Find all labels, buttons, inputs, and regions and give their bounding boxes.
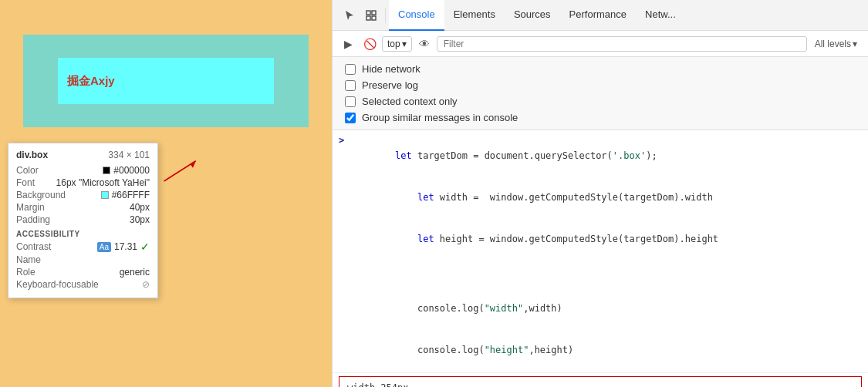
run-button[interactable]: ▶: [339, 35, 357, 53]
code-string-width: "width": [485, 303, 524, 314]
code-string-height: "height": [485, 345, 529, 355]
console-code-block: let targetDom = document.querySelector('…: [350, 135, 862, 371]
inner-box: 掘金Axjy: [58, 58, 274, 104]
tab-network[interactable]: Netw...: [636, 0, 685, 31]
context-value: top: [387, 39, 400, 49]
code-keyword-let: let: [395, 150, 412, 161]
devtools-tab-bar: Console Elements Sources Performance Net…: [333, 0, 868, 31]
option-hide-network: Hide network: [345, 63, 856, 75]
hide-network-label: Hide network: [362, 63, 420, 75]
tooltip-padding-row: Padding 30px: [16, 214, 150, 225]
svg-rect-4: [366, 16, 370, 20]
svg-line-0: [164, 161, 196, 181]
group-similar-label: Group similar messages in console: [362, 112, 518, 123]
tooltip-font-label: Font: [16, 177, 35, 188]
tab-performance[interactable]: Performance: [560, 0, 636, 31]
left-panel: 掘金Axjy div.box 334 × 101 Color #000000 F…: [0, 0, 332, 387]
levels-chevron-icon: ▾: [853, 39, 857, 49]
all-levels-dropdown[interactable]: All levels ▾: [810, 37, 862, 51]
accessibility-header: ACCESSIBILITY: [16, 230, 150, 238]
svg-marker-1: [190, 161, 196, 168]
tooltip-keyboard-row: Keyboard-focusable ⊘: [16, 279, 150, 290]
selected-context-label: Selected context only: [362, 96, 458, 107]
preserve-log-checkbox[interactable]: [345, 80, 356, 91]
tooltip-color-value: #000000: [103, 165, 150, 176]
aa-badge: Aa: [97, 242, 111, 252]
option-selected-context: Selected context only: [345, 96, 856, 107]
hide-network-checkbox[interactable]: [345, 64, 356, 75]
tooltip-contrast-value: Aa 17.31 ✓: [97, 241, 150, 253]
context-dropdown-icon: ▾: [402, 39, 407, 49]
inspect-icon[interactable]: [360, 5, 382, 26]
preserve-log-label: Preserve log: [362, 79, 418, 91]
eye-icon[interactable]: 👁: [415, 35, 434, 53]
devtools-panel: Console Elements Sources Performance Net…: [332, 0, 868, 387]
color-swatch-teal: [101, 191, 109, 199]
all-levels-label: All levels: [815, 39, 851, 49]
context-selector[interactable]: top ▾: [382, 36, 412, 52]
tooltip-role-label: Role: [16, 267, 35, 278]
console-result-block: width 254px height 21px: [339, 376, 862, 387]
tooltip-padding-label: Padding: [16, 214, 50, 225]
tab-console[interactable]: Console: [389, 0, 444, 31]
svg-rect-2: [366, 11, 370, 15]
tooltip-bg-value: #66FFFF: [101, 190, 150, 200]
svg-rect-5: [372, 16, 376, 20]
tooltip-dimensions: 334 × 101: [108, 150, 150, 160]
result-width: width 254px: [347, 380, 853, 387]
code-keyword-let2: let: [417, 192, 434, 203]
console-input-line: > let targetDom = document.querySelector…: [333, 133, 868, 373]
tooltip-keyboard-value: ⊘: [142, 279, 150, 290]
option-preserve-log: Preserve log: [345, 79, 856, 91]
element-tooltip: div.box 334 × 101 Color #000000 Font 16p…: [8, 143, 158, 298]
code-string-box: '.box': [613, 150, 646, 161]
tooltip-contrast-label: Contrast: [16, 241, 51, 252]
no-symbol-icon: ⊘: [142, 279, 150, 290]
demo-area: 掘金Axjy: [0, 0, 332, 162]
console-prompt: >: [339, 135, 344, 146]
tooltip-bg-label: Background: [16, 190, 66, 200]
group-similar-checkbox[interactable]: [345, 113, 356, 123]
tooltip-color-label: Color: [16, 165, 39, 176]
tooltip-bg-row: Background #66FFFF: [16, 190, 150, 200]
tooltip-padding-value: 30px: [130, 214, 150, 225]
tooltip-name-row: Name: [16, 254, 150, 265]
console-options: Hide network Preserve log Selected conte…: [333, 57, 868, 130]
tooltip-role-row: Role generic: [16, 267, 150, 278]
inner-box-text: 掘金Axjy: [67, 74, 115, 89]
color-swatch-black: [103, 167, 110, 174]
tooltip-keyboard-label: Keyboard-focusable: [16, 279, 99, 290]
selected-context-checkbox[interactable]: [345, 96, 356, 107]
option-group-similar: Group similar messages in console: [345, 112, 856, 123]
tooltip-margin-label: Margin: [16, 202, 45, 213]
tab-elements[interactable]: Elements: [444, 0, 505, 31]
tooltip-contrast-row: Contrast Aa 17.31 ✓: [16, 241, 150, 253]
tooltip-header: div.box 334 × 101: [16, 150, 150, 160]
cursor-icon[interactable]: [339, 5, 360, 26]
console-toolbar: ▶ 🚫 top ▾ 👁 All levels ▾: [333, 31, 868, 57]
tab-divider: [385, 8, 386, 23]
outer-box: 掘金Axjy: [23, 35, 309, 127]
code-keyword-let3: let: [417, 234, 434, 244]
tooltip-name-label: Name: [16, 254, 41, 265]
tooltip-element-name: div.box: [16, 150, 48, 160]
tooltip-color-row: Color #000000: [16, 165, 150, 176]
tooltip-role-value: generic: [120, 267, 150, 278]
tab-sources[interactable]: Sources: [505, 0, 560, 31]
tooltip-font-row: Font 16px "Microsoft YaHei": [16, 177, 150, 188]
tooltip-margin-row: Margin 40px: [16, 202, 150, 213]
tooltip-font-value: 16px "Microsoft YaHei": [56, 177, 150, 188]
clear-button[interactable]: 🚫: [360, 35, 379, 53]
console-output: > let targetDom = document.querySelector…: [333, 130, 868, 387]
filter-input[interactable]: [437, 36, 807, 52]
check-icon: ✓: [140, 241, 150, 253]
tooltip-margin-value: 40px: [130, 202, 150, 213]
svg-rect-3: [372, 11, 376, 15]
